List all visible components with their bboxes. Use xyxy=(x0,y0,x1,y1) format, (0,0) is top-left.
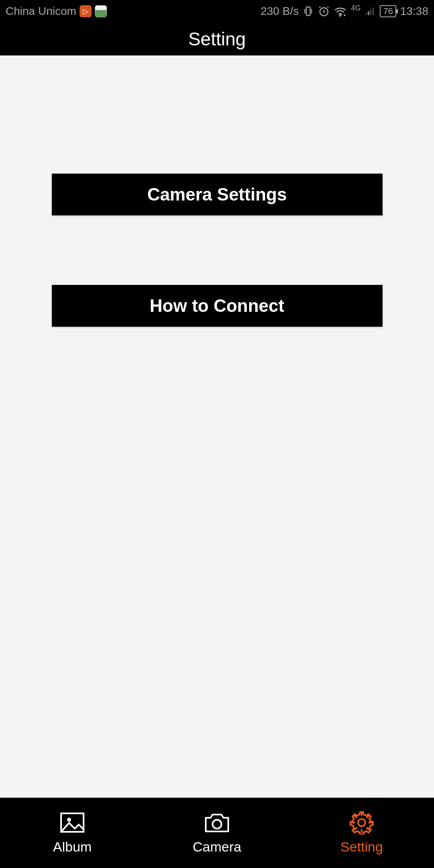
vibrate-icon xyxy=(303,6,314,17)
status-left: China Unicom ▷ xyxy=(6,5,107,18)
app-notification-icon: ▷ xyxy=(80,5,92,17)
network-type-label: 4G xyxy=(351,4,360,12)
status-right: 230 B/s 4G xyxy=(260,5,428,18)
battery-indicator: 76 xyxy=(380,5,396,17)
gear-icon xyxy=(350,811,374,834)
main-content: Camera Settings How to Connect xyxy=(0,55,434,798)
bottom-nav: Album Camera Setting xyxy=(0,798,434,868)
svg-point-8 xyxy=(68,819,70,821)
nav-item-setting[interactable]: Setting xyxy=(289,811,434,855)
album-icon xyxy=(59,811,85,834)
carrier-label: China Unicom xyxy=(6,5,76,18)
battery-level: 76 xyxy=(383,6,393,16)
camera-settings-button[interactable]: Camera Settings xyxy=(52,174,383,215)
nav-label: Album xyxy=(53,839,92,855)
app-header: Setting xyxy=(0,23,434,55)
how-to-connect-button[interactable]: How to Connect xyxy=(52,285,383,327)
svg-point-2 xyxy=(340,15,341,16)
wifi-icon xyxy=(334,6,347,17)
clock-label: 13:38 xyxy=(400,5,428,18)
svg-rect-6 xyxy=(373,8,374,15)
nav-item-album[interactable]: Album xyxy=(0,811,145,855)
calendar-notification-icon xyxy=(95,5,107,17)
data-speed-label: 230 B/s xyxy=(260,5,299,18)
svg-rect-5 xyxy=(370,9,372,15)
alarm-icon xyxy=(318,5,330,17)
nav-label: Camera xyxy=(193,839,242,855)
page-title: Setting xyxy=(188,28,246,50)
nav-item-camera[interactable]: Camera xyxy=(145,811,289,855)
status-bar: China Unicom ▷ 230 B/s 4G xyxy=(0,0,434,23)
svg-rect-0 xyxy=(307,7,310,16)
button-label: Camera Settings xyxy=(147,184,287,205)
svg-point-9 xyxy=(213,820,221,829)
svg-rect-3 xyxy=(366,13,367,15)
svg-rect-4 xyxy=(368,11,370,15)
signal-icon xyxy=(364,6,376,16)
nav-label: Setting xyxy=(340,839,383,855)
camera-icon xyxy=(203,811,231,834)
button-label: How to Connect xyxy=(150,296,285,316)
svg-point-10 xyxy=(358,819,365,826)
